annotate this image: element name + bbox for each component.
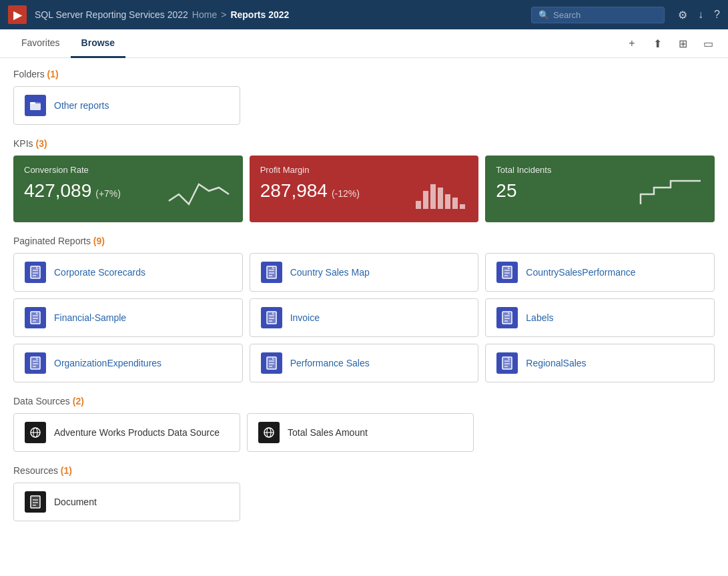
kpi-total-incidents-chart xyxy=(637,174,704,213)
report-icon xyxy=(25,307,46,328)
download-icon[interactable]: ↓ xyxy=(698,9,703,21)
kpi-total-incidents-title: Total Incidents xyxy=(496,165,704,175)
list-view-button[interactable]: ▭ xyxy=(699,34,717,53)
kpis-label: KPIs xyxy=(13,138,33,149)
datasource-icon xyxy=(258,422,280,443)
resources-count: (1) xyxy=(61,465,72,476)
tab-favorites[interactable]: Favorites xyxy=(11,29,71,58)
svg-rect-25 xyxy=(31,312,40,324)
folders-section-header: Folders (1) xyxy=(13,69,715,79)
report-performance-sales[interactable]: Performance Sales xyxy=(250,344,479,382)
report-icon xyxy=(25,352,46,374)
report-country-sales-map-label: Country Sales Map xyxy=(290,267,370,278)
report-performance-sales-label: Performance Sales xyxy=(290,358,370,368)
nav-tab-actions: + ⬆ ⊞ ▭ xyxy=(623,34,717,53)
report-corporate-scorecards[interactable]: Corporate Scorecards xyxy=(13,253,243,292)
app-logo: ▶ xyxy=(8,5,27,24)
kpi-conversion-rate-value: 427,089 xyxy=(24,180,91,202)
folders-label: Folders xyxy=(13,69,45,79)
report-regional-sales-label: RegionalSales xyxy=(526,358,586,368)
folder-other-reports-label: Other reports xyxy=(54,100,109,111)
kpis-count: (3) xyxy=(35,138,47,149)
data-sources-count: (2) xyxy=(73,396,84,406)
breadcrumb-home[interactable]: Home xyxy=(192,9,217,20)
report-icon xyxy=(261,352,282,374)
datasource-total-sales[interactable]: Total Sales Amount xyxy=(247,413,474,452)
resource-document-label: Document xyxy=(54,497,97,507)
search-box: 🔍 xyxy=(531,7,665,23)
svg-rect-50 xyxy=(502,357,512,369)
svg-rect-7 xyxy=(445,194,450,209)
report-labels-label: Labels xyxy=(526,312,553,323)
resources-grid: Document xyxy=(13,483,715,521)
kpi-conversion-rate-chart xyxy=(165,174,232,213)
kpi-profit-margin[interactable]: Profit Margin 287,984 (-12%) xyxy=(250,156,479,222)
resources-label: Resources xyxy=(13,465,58,476)
kpi-total-incidents[interactable]: Total Incidents 25 xyxy=(485,156,715,222)
help-icon[interactable]: ? xyxy=(714,9,720,21)
svg-rect-45 xyxy=(267,357,276,369)
main-content: Folders (1) Other reports KPIs (3) Conve… xyxy=(0,58,728,532)
datasource-adventure-works[interactable]: Adventure Works Products Data Source xyxy=(13,413,240,452)
svg-rect-35 xyxy=(502,312,512,324)
tab-browse[interactable]: Browse xyxy=(71,29,126,58)
svg-rect-10 xyxy=(31,266,40,278)
svg-rect-5 xyxy=(430,184,436,209)
report-labels[interactable]: Labels xyxy=(485,298,715,337)
folder-item-other-reports[interactable]: Other reports xyxy=(13,86,240,125)
report-icon xyxy=(496,352,518,374)
report-organization-expenditures-label: OrganizationExpenditures xyxy=(54,358,161,368)
header-actions: ⚙ ↓ ? xyxy=(678,9,720,21)
report-invoice-label: Invoice xyxy=(290,312,320,323)
upload-button[interactable]: ⬆ xyxy=(648,34,667,53)
folders-count: (1) xyxy=(47,69,59,79)
paginated-reports-count: (9) xyxy=(93,236,105,246)
paginated-reports-section-header: Paginated Reports (9) xyxy=(13,236,715,246)
svg-rect-1 xyxy=(30,103,41,110)
folder-icon xyxy=(25,95,46,116)
tile-view-button[interactable]: ⊞ xyxy=(673,34,692,53)
svg-rect-2 xyxy=(30,102,35,104)
report-regional-sales[interactable]: RegionalSales xyxy=(485,344,715,382)
datasource-grid: Adventure Works Products Data Source Tot… xyxy=(13,413,715,452)
report-country-sales-performance[interactable]: CountrySalesPerformance xyxy=(485,253,715,292)
svg-rect-15 xyxy=(267,266,276,278)
header: ▶ SQL Server Reporting Services 2022 Hom… xyxy=(0,0,728,29)
resources-section-header: Resources (1) xyxy=(13,465,715,476)
report-corporate-scorecards-label: Corporate Scorecards xyxy=(54,267,145,278)
svg-rect-4 xyxy=(423,191,428,209)
report-icon xyxy=(261,262,282,283)
kpi-total-incidents-value: 25 xyxy=(496,180,516,202)
report-icon xyxy=(496,262,518,283)
report-organization-expenditures[interactable]: OrganizationExpenditures xyxy=(13,344,243,382)
report-invoice[interactable]: Invoice xyxy=(250,298,479,337)
search-icon: 🔍 xyxy=(538,10,549,20)
report-country-sales-map[interactable]: Country Sales Map xyxy=(250,253,479,292)
svg-rect-40 xyxy=(31,357,40,369)
report-financial-sample-label: Financial-Sample xyxy=(54,312,126,323)
breadcrumb-current: Reports 2022 xyxy=(230,9,289,20)
report-icon xyxy=(496,307,518,328)
datasource-total-sales-label: Total Sales Amount xyxy=(288,427,368,438)
svg-rect-3 xyxy=(416,201,421,209)
data-sources-section-header: Data Sources (2) xyxy=(13,396,715,406)
data-sources-label: Data Sources xyxy=(13,396,70,406)
svg-rect-30 xyxy=(267,312,276,324)
svg-rect-8 xyxy=(452,198,458,209)
report-financial-sample[interactable]: Financial-Sample xyxy=(13,298,243,337)
kpi-conversion-rate-change: (+7%) xyxy=(95,188,121,199)
paginated-reports-label: Paginated Reports xyxy=(13,236,91,246)
paginated-reports-grid: Corporate Scorecards Country Sales Map xyxy=(13,253,715,382)
kpi-conversion-rate[interactable]: Conversion Rate 427,089 (+7%) xyxy=(13,156,243,222)
kpis-section-header: KPIs (3) xyxy=(13,138,715,149)
report-icon xyxy=(25,262,46,283)
report-icon xyxy=(261,307,282,328)
resource-icon xyxy=(25,491,46,513)
datasource-icon xyxy=(25,422,46,443)
settings-icon[interactable]: ⚙ xyxy=(678,9,687,21)
search-input[interactable] xyxy=(553,10,657,20)
new-button[interactable]: + xyxy=(623,34,641,53)
report-country-sales-performance-label: CountrySalesPerformance xyxy=(526,267,635,278)
resource-document[interactable]: Document xyxy=(13,483,240,521)
datasource-adventure-works-label: Adventure Works Products Data Source xyxy=(54,427,220,438)
